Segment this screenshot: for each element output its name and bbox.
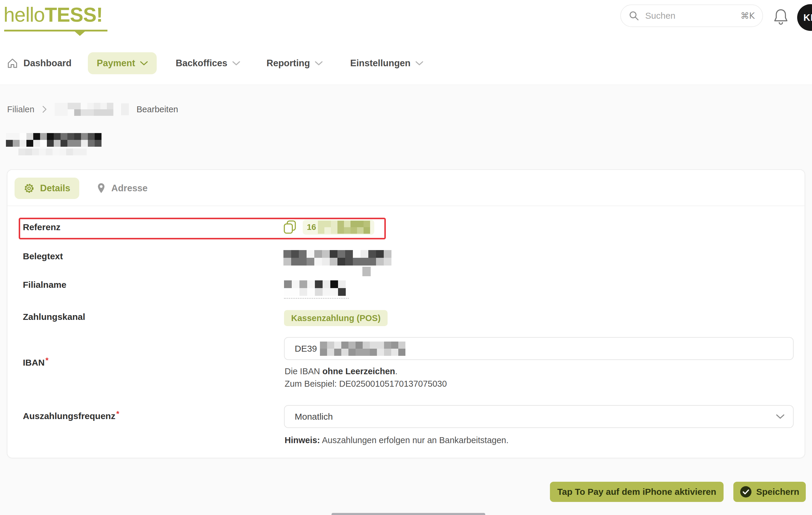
brand-logo[interactable]: helloTESS! — [4, 2, 103, 27]
notifications-button[interactable] — [772, 8, 791, 27]
iban-example: Zum Beispiel: DE02500105170137075030 — [285, 379, 447, 389]
nav-item-payment[interactable]: Payment — [88, 52, 157, 74]
frequenz-hint: Hinweis: Auszahlungen erfolgen nur an Ba… — [285, 435, 509, 445]
zahlungskanal-badge: Kassenzahlung (POS) — [284, 310, 387, 326]
iban-input[interactable]: DE39 — [284, 337, 793, 360]
details-card: Details Adresse Referenz 16 — [7, 169, 805, 458]
frequenz-hint-rest: Auszahlungen erfolgen nur an Bankarbeits… — [320, 435, 509, 445]
tab-details[interactable]: Details — [14, 178, 79, 199]
frequenz-hint-bold: Hinweis: — [285, 435, 320, 445]
nav-item-backoffices[interactable]: Backoffices — [176, 52, 240, 74]
home-icon — [6, 57, 19, 69]
search-box[interactable]: ⌘K — [620, 4, 763, 27]
save-button-label: Speichern — [756, 487, 799, 497]
iban-hint-bold: ohne Leerzeichen — [322, 367, 395, 376]
chevron-down-icon — [776, 414, 785, 419]
bottom-partial-element — [331, 513, 485, 515]
iban-value-redacted — [320, 342, 405, 356]
breadcrumb-separator-icon — [42, 105, 47, 113]
filialname-value-redacted — [284, 280, 346, 296]
frequenz-label: Auszahlungsfrequenz* — [23, 411, 119, 421]
copy-icon — [283, 220, 298, 235]
brand-underline — [4, 30, 108, 31]
page: helloTESS! ⌘K KH Dashboard Payment — [0, 0, 812, 515]
nav-label-dashboard: Dashboard — [24, 58, 71, 69]
frequenz-selected-value: Monatlich — [295, 412, 333, 422]
tab-adresse[interactable]: Adresse — [93, 178, 150, 199]
iban-hint-prefix: Die IBAN — [285, 367, 322, 376]
check-circle-icon — [740, 486, 752, 498]
chevron-down-icon — [232, 61, 240, 65]
breadcrumb-bearbeiten: Bearbeiten — [137, 105, 178, 114]
breadcrumb-redacted-separator — [121, 103, 129, 115]
avatar-initials: KH — [803, 12, 812, 23]
referenz-value-prefix: 16 — [307, 222, 316, 232]
frequenz-select[interactable]: Monatlich — [284, 405, 793, 428]
brand-caret-icon — [75, 31, 85, 36]
nav-label-einstellungen: Einstellungen — [350, 58, 410, 69]
iban-required-marker: * — [46, 356, 48, 365]
tap-to-pay-label: Tap To Pay auf dem iPhone aktivieren — [557, 487, 717, 497]
frequenz-required-marker: * — [116, 409, 119, 418]
page-title-redacted-shadow — [19, 148, 93, 155]
zahlungskanal-value: Kassenzahlung (POS) — [291, 313, 380, 323]
iban-hint: Die IBAN ohne Leerzeichen. — [285, 367, 397, 376]
save-button[interactable]: Speichern — [733, 482, 806, 502]
copy-referenz-button[interactable] — [283, 220, 298, 235]
referenz-label: Referenz — [23, 222, 61, 232]
search-input[interactable] — [645, 10, 735, 21]
iban-value-prefix: DE39 — [295, 344, 317, 354]
breadcrumb: Filialen Bearbeiten — [7, 103, 178, 116]
tab-adresse-label: Adresse — [111, 183, 147, 194]
nav-label-reporting: Reporting — [266, 58, 310, 69]
location-pin-icon — [96, 183, 106, 194]
belegtext-redacted-descender — [362, 267, 371, 276]
iban-label: IBAN* — [23, 358, 48, 368]
filialname-label: Filialname — [23, 280, 66, 290]
belegtext-value-redacted — [284, 250, 392, 266]
iban-label-text: IBAN — [23, 358, 45, 368]
gear-icon — [24, 183, 35, 194]
brand-logo-hello: hello — [4, 3, 45, 26]
bell-icon — [772, 8, 791, 26]
filialname-dotted-underline — [284, 298, 349, 299]
tab-details-label: Details — [40, 183, 70, 194]
search-shortcut-hint: ⌘K — [741, 11, 755, 21]
zahlungskanal-label: Zahlungskanal — [23, 312, 85, 322]
nav-item-dashboard[interactable]: Dashboard — [6, 52, 71, 74]
belegtext-label: Belegtext — [23, 251, 63, 261]
nav-label-backoffices: Backoffices — [176, 58, 227, 69]
tabs-divider — [7, 206, 805, 206]
referenz-value-redacted — [318, 221, 370, 234]
nav-item-reporting[interactable]: Reporting — [266, 52, 323, 74]
frequenz-label-text: Auszahlungsfrequenz — [23, 411, 115, 421]
chevron-down-icon — [315, 61, 323, 65]
breadcrumb-redacted-item — [55, 103, 113, 116]
nav-item-einstellungen[interactable]: Einstellungen — [350, 52, 423, 74]
nav-label-payment: Payment — [97, 58, 135, 69]
chevron-down-icon — [140, 61, 148, 65]
search-icon — [629, 10, 639, 21]
iban-hint-suffix: . — [395, 367, 397, 376]
chevron-down-icon — [415, 61, 423, 65]
tap-to-pay-button[interactable]: Tap To Pay auf dem iPhone aktivieren — [550, 482, 724, 502]
breadcrumb-filialen[interactable]: Filialen — [7, 105, 34, 114]
brand-logo-tess: TESS! — [45, 3, 103, 26]
referenz-value-badge: 16 — [303, 220, 374, 235]
page-title-redacted — [6, 133, 102, 147]
